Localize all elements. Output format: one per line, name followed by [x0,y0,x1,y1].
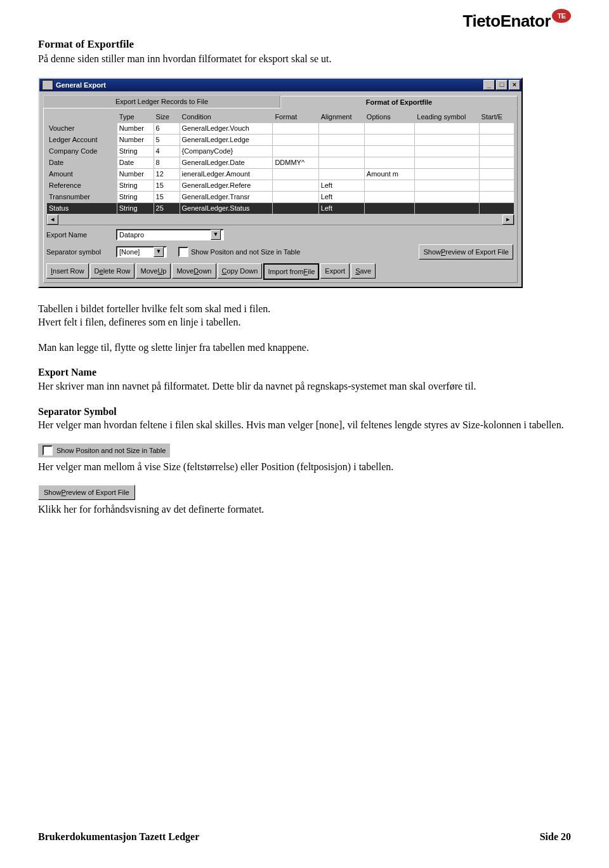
move-down-button[interactable]: Move Down [172,263,216,279]
table-row[interactable]: DateDate8GeneralLedger.DateDDMMY^ [47,157,514,168]
exportname-value: Datapro [119,231,144,239]
insert-row-button[interactable]: Insert Row [46,263,89,279]
minimize-button[interactable]: _ [483,80,495,90]
showpos-label: Show Positon and not Size in Table [191,248,300,256]
import-from-file-button[interactable]: Import from File [263,263,319,280]
preview-para: Klikk her for forhåndsvisning av det def… [38,503,571,516]
col-type[interactable]: Type [117,111,154,122]
chevron-down-icon[interactable]: ▼ [154,247,164,257]
scroll-right-icon[interactable]: ▸ [502,214,514,225]
showpos-para: Her velger man mellom å vise Size (felts… [38,460,571,474]
table-row[interactable]: Ledger AccountNumber5GeneralLedger.Ledge [47,134,514,145]
save-button[interactable]: Save [351,263,376,279]
table-row[interactable]: VoucherNumber6GeneralLedger.Vouch [47,122,514,134]
window-title: General Export [56,81,482,89]
titlebar[interactable]: General Export _ □ × [39,79,521,91]
delete-row-button[interactable]: Delete Row [90,263,135,279]
snippet-checkbox-icon [43,445,53,456]
exportname-para: Her skriver man inn navnet på filformate… [38,379,571,393]
col-options[interactable]: Options [364,111,414,122]
export-button[interactable]: Export [320,263,350,279]
system-menu-icon[interactable] [42,80,53,90]
separator-combo[interactable]: [None] ▼ [116,246,167,258]
fields-table[interactable]: Type Size Condition Format Alignment Opt… [46,111,514,214]
window-general-export: General Export _ □ × Export Ledger Recor… [38,77,523,288]
table-row[interactable]: TransnumberString15GeneralLedger.TransrL… [47,191,514,202]
after-image-line2: Hvert felt i filen, defineres som en lin… [38,315,571,329]
col-start[interactable]: Start/E [479,111,514,122]
col-leading[interactable]: Leading symbol [415,111,479,122]
snippet-preview-button: Show Preview of Export File [38,485,135,500]
section-heading-format: Format of Exportfile [38,38,571,51]
footer-left: Brukerdokumentasjon Tazett Ledger [38,831,199,843]
table-row-selected[interactable]: StatusString25GeneralLedger.StatusLeft [47,202,514,214]
brand-logo: TietoEnatorTE [463,11,571,31]
preview-button[interactable]: Show Preview of Export File [419,244,513,260]
horizontal-scrollbar[interactable]: ◂ ▸ [46,214,514,225]
scroll-left-icon[interactable]: ◂ [47,214,58,225]
showpos-checkbox[interactable] [178,247,188,257]
close-button[interactable]: × [509,80,520,90]
tab-export-records[interactable]: Export Ledger Records to File [43,95,280,108]
exportname-label: Export Name [46,231,116,239]
exportname-heading: Export Name [38,367,96,378]
copy-down-button[interactable]: Copy Down [218,263,263,279]
table-row[interactable]: AmountNumber12ieneralLedger.AmountAmount… [47,168,514,180]
snippet-showpos-text: Show Positon and not Size in Table [56,447,166,454]
table-header-row: Type Size Condition Format Alignment Opt… [47,111,514,122]
tab-format-exportfile[interactable]: Format of Exportfile [280,96,518,109]
brand-text: TietoEnator [463,11,551,30]
table-row[interactable]: ReferenceString15GeneralLedger.RefereLef… [47,180,514,191]
intro-text: På denne siden stiller man inn hvordan f… [38,52,571,66]
separator-heading: Separator Symbol [38,406,117,417]
col-alignment[interactable]: Alignment [318,111,364,122]
maximize-button[interactable]: □ [496,80,508,90]
snippet-showpos: Show Positon and not Size in Table [38,444,170,457]
exportname-combo[interactable]: Datapro ▼ [116,229,224,240]
move-up-button[interactable]: Move Up [136,263,171,279]
separator-value: [None] [119,248,140,256]
chevron-down-icon[interactable]: ▼ [211,230,221,240]
col-condition[interactable]: Condition [180,111,273,122]
col-size[interactable]: Size [154,111,180,122]
table-row[interactable]: Company CodeString4{CompanyCode} [47,145,514,157]
footer-right: Side 20 [540,831,571,843]
after-image-line1: Tabellen i bildet forteller hvilke felt … [38,302,571,316]
separator-para: Her velger man hvordan feltene i filen s… [38,418,571,432]
col-format[interactable]: Format [273,111,318,122]
brand-badge: TE [552,9,571,23]
separator-label: Separator symbol [46,248,116,256]
after-image-line3: Man kan legge til, flytte og slette linj… [38,341,571,355]
col-blank[interactable] [47,111,117,122]
